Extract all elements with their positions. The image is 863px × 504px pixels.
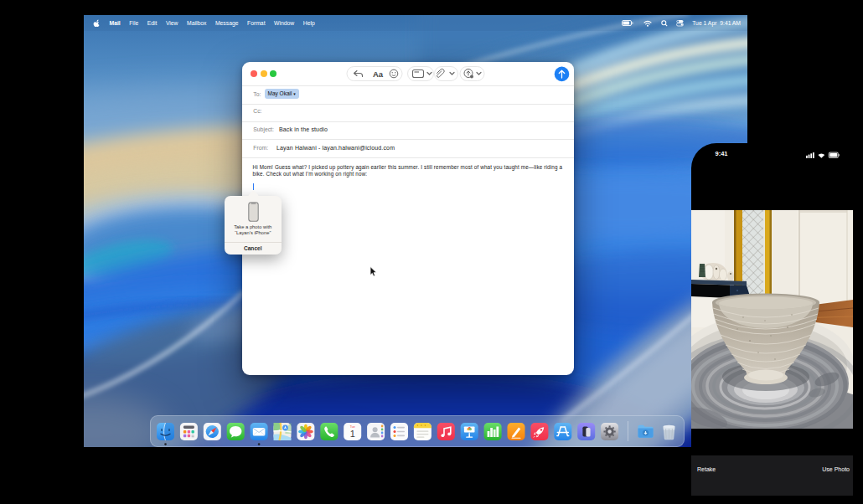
svg-text:1: 1	[349, 429, 354, 439]
svg-text:Aa: Aa	[373, 69, 384, 79]
